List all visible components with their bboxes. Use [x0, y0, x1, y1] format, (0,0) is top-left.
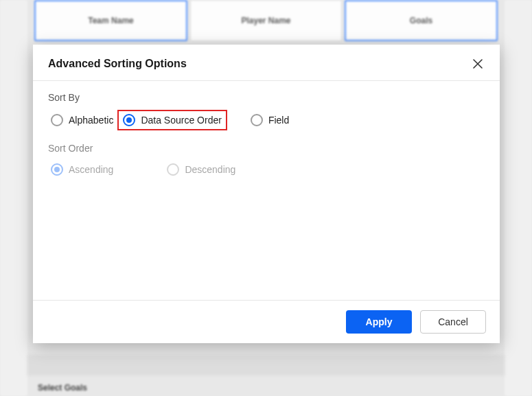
radio-label: Field — [268, 115, 289, 126]
radio-label: Data Source Order — [141, 115, 222, 126]
bg-col-team: Team Name — [34, 0, 187, 41]
advanced-sorting-dialog: Advanced Sorting Options Sort By Alphabe… — [33, 45, 500, 343]
radio-icon — [123, 114, 135, 126]
apply-button[interactable]: Apply — [346, 310, 412, 334]
sort-by-data-source-order[interactable]: Data Source Order — [117, 110, 227, 130]
radio-label: Ascending — [69, 164, 113, 175]
radio-label: Alphabetic — [69, 115, 113, 126]
sort-by-field[interactable]: Field — [248, 111, 293, 129]
sort-order-ascending: Ascending — [48, 161, 117, 178]
bg-col-goals: Goals — [345, 0, 498, 41]
radio-icon — [251, 114, 263, 126]
radio-icon — [51, 114, 63, 126]
bg-table: Team Name Player Name Goals — [0, 0, 532, 41]
sort-order-descending: Descending — [164, 161, 240, 178]
dialog-body: Sort By Alphabetic Data Source Order Fie… — [33, 81, 500, 300]
sort-by-group: Alphabetic Data Source Order Field — [48, 110, 485, 130]
bg-right-rail — [505, 0, 532, 396]
sort-by-alphabetic[interactable]: Alphabetic — [48, 111, 117, 129]
bg-bottom-label: Select Goals — [38, 383, 87, 393]
bg-col-player: Player Name — [190, 0, 342, 41]
bg-bottom-bar — [27, 355, 505, 375]
sort-order-label: Sort Order — [48, 143, 485, 154]
dialog-title: Advanced Sorting Options — [48, 58, 187, 70]
radio-label: Descending — [185, 164, 235, 175]
close-button[interactable] — [471, 57, 485, 71]
sort-order-group: Ascending Descending — [48, 161, 485, 178]
sort-by-label: Sort By — [48, 92, 485, 103]
radio-icon — [51, 163, 63, 176]
dialog-footer: Apply Cancel — [33, 300, 500, 343]
cancel-button[interactable]: Cancel — [420, 310, 486, 334]
close-icon — [473, 59, 483, 69]
radio-icon — [167, 163, 179, 176]
bg-left-rail — [0, 0, 27, 396]
dialog-header: Advanced Sorting Options — [33, 45, 500, 81]
